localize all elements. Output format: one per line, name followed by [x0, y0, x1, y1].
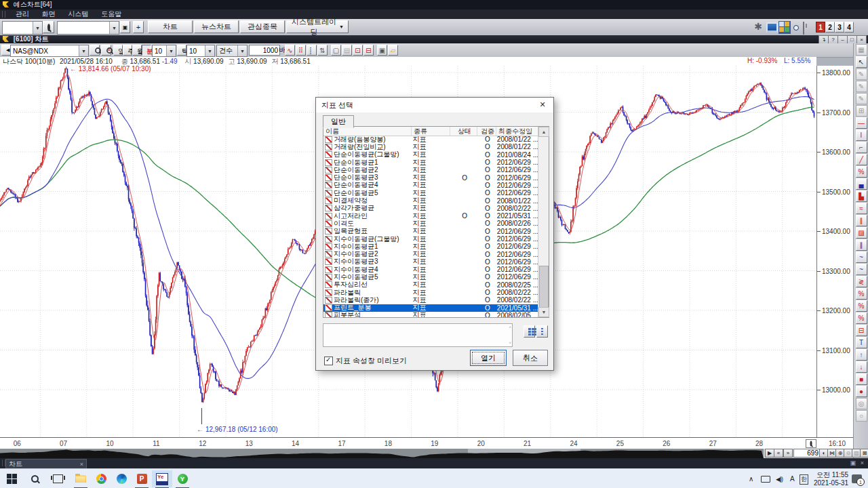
open-button[interactable]: 열기 — [470, 350, 507, 366]
ime-korean[interactable]: 한 — [800, 474, 808, 485]
list-scrollbar[interactable]: ▲ ▼ — [538, 127, 549, 317]
monitor-icon[interactable] — [766, 22, 778, 33]
column-modified[interactable]: 최종수정일 — [496, 127, 538, 136]
symbol-search-button[interactable] — [90, 45, 100, 56]
yl-app-button[interactable]: Y — [172, 470, 193, 487]
indicator-list[interactable]: 이름 종류 상태 검증 최종수정일 거래량(음봉양봉)지표O2008/01/22… — [323, 126, 549, 318]
indicator-row[interactable]: 피봇분석지표O2008/02/05 ... — [323, 312, 538, 317]
back-arrow-button[interactable]: ◀ — [1, 45, 11, 56]
circle-tool-icon[interactable]: ◎ — [856, 398, 867, 409]
text-tool-icon[interactable]: T — [856, 337, 867, 348]
task-view-button[interactable] — [47, 470, 68, 487]
fast-back-icon[interactable]: « — [774, 449, 783, 458]
yeschart-button[interactable]: Ye — [152, 470, 172, 487]
zigzag-tool-icon[interactable]: ≷ — [856, 276, 867, 287]
curve2-tool-icon[interactable]: ~ — [856, 264, 867, 275]
add-window-button[interactable]: + — [133, 21, 144, 33]
multi-compare-icon[interactable]: ⠿ — [296, 45, 306, 56]
column-type[interactable]: 종류 — [412, 127, 450, 136]
column-verify[interactable]: 검증 — [477, 127, 496, 136]
list-view-button[interactable] — [536, 325, 548, 338]
ime-latin[interactable]: A — [790, 469, 795, 488]
menu-manage[interactable]: 관리 — [10, 9, 35, 19]
period-week-button[interactable]: 주 — [123, 45, 132, 56]
description-box[interactable]: ˄ ˅ — [323, 323, 513, 347]
advanced-search-button[interactable] — [101, 45, 111, 56]
channel-tool-icon[interactable]: ∥ — [856, 215, 867, 226]
vertical-line-tool-icon[interactable]: I — [856, 129, 867, 141]
price-axis[interactable]: 13800.0013700.0013600.0013500.0013400.00… — [816, 66, 854, 449]
workspace-4-button[interactable]: 4 — [844, 22, 854, 33]
visible-bars-input[interactable] — [793, 449, 821, 458]
horizontal-line-tool-icon[interactable]: — — [856, 117, 867, 129]
import-chart-icon[interactable]: ⊟ — [363, 45, 374, 56]
desc-scroll-up-icon[interactable]: ˄ — [509, 325, 511, 329]
close-panel-icon[interactable]: × — [861, 460, 864, 466]
chrome-button[interactable] — [91, 470, 111, 487]
band-tool-icon[interactable]: ▄ — [856, 178, 867, 190]
stock-name-combo[interactable]: ▼ — [57, 21, 119, 35]
period-minute-button[interactable]: 분 — [142, 45, 151, 56]
minute-interval-combo[interactable]: 10▼ — [152, 45, 176, 57]
percent-line-tool-icon[interactable]: % — [856, 166, 867, 178]
start-button[interactable] — [1, 470, 22, 487]
period-tick-button[interactable]: 틱 — [177, 45, 186, 56]
scroll-right-icon[interactable]: ▶ — [765, 449, 774, 458]
line-overlay-icon[interactable]: ∿ — [285, 45, 295, 56]
fibo2-tool-icon[interactable]: % — [856, 300, 867, 312]
chart-minimap[interactable]: ▶ « » ◐ ⋈ ⊕ ⊖ ▨ ⊠ — [0, 449, 853, 458]
workspace-1-button[interactable]: 1 — [816, 22, 825, 33]
network-icon[interactable] — [761, 469, 770, 488]
dialog-tab-general[interactable]: 일반 — [323, 115, 354, 128]
chevron-down-icon[interactable]: ▼ — [33, 22, 42, 34]
edge-button[interactable] — [111, 470, 132, 487]
scroll-down-icon[interactable]: ▼ — [538, 307, 549, 317]
menu-screen[interactable]: 화면 — [37, 9, 61, 19]
pencil2-tool-icon[interactable]: ✎ — [856, 81, 867, 92]
chevron-down-icon[interactable]: ▼ — [205, 45, 214, 56]
scroll-up-icon[interactable]: ▲ — [538, 127, 549, 137]
grid-tool-icon[interactable]: ▨ — [856, 227, 867, 239]
trend-line-tool-icon[interactable]: ╱ — [856, 154, 867, 165]
notification-button[interactable]: 1 — [852, 469, 862, 488]
workspace-3-button[interactable]: 3 — [835, 22, 844, 33]
news-chart-button[interactable]: 뉴스차트 — [194, 20, 239, 33]
pointer-tool-icon[interactable]: ↖ — [856, 56, 867, 68]
info-tool-icon[interactable]: ○ — [856, 410, 867, 422]
dialog-titlebar[interactable]: 지표 선택 — [316, 98, 553, 113]
chart-tab-button[interactable]: 차트 — [148, 20, 193, 33]
tick-interval-combo[interactable]: 10▼ — [186, 45, 215, 57]
chevron-down-icon[interactable]: ▼ — [237, 45, 247, 56]
layout-grid-icon[interactable] — [778, 21, 791, 34]
restore-icon[interactable]: ▣ — [850, 460, 856, 466]
new-doc-icon[interactable]: ▢ — [331, 45, 341, 56]
volume-icon[interactable]: ⡇ — [307, 45, 317, 56]
settings-gear-icon[interactable]: ✱ — [753, 21, 764, 33]
cancel-button[interactable]: 취소 — [513, 350, 548, 366]
grid-view-button[interactable] — [524, 325, 535, 338]
tab-close-icon[interactable]: × — [80, 461, 83, 468]
workspace-2-button[interactable]: 2 — [825, 22, 835, 33]
preview-checkbox[interactable]: 지표 속성창 미리보기 — [324, 356, 407, 366]
print-icon[interactable]: ▤ — [342, 45, 352, 56]
period-month-button[interactable]: 월 — [132, 45, 142, 56]
reset-zoom-icon[interactable]: ⊠ — [860, 449, 868, 458]
arrow-up-tool-icon[interactable]: ↑ — [856, 349, 867, 361]
chevron-down-icon[interactable]: ▼ — [166, 45, 176, 56]
search-button[interactable] — [43, 21, 54, 33]
link-button[interactable]: ▣ — [120, 21, 130, 33]
taskbar-search-button[interactable] — [24, 470, 45, 487]
measure-tool-icon[interactable]: ⊟ — [856, 325, 867, 336]
time-axis[interactable]: 16:10 0607101112131417181920212425262728 — [0, 437, 853, 449]
system-trading-button[interactable]: 시스템트레이딩 ▼ — [286, 20, 349, 33]
printer-icon[interactable] — [803, 22, 804, 35]
fibo-tool-icon[interactable]: % — [856, 288, 867, 300]
pattern-tool-icon[interactable]: ▙ — [856, 190, 867, 202]
column-status[interactable]: 상태 — [450, 127, 477, 136]
dialog-close-icon[interactable]: ✕ — [532, 98, 553, 113]
open-folder-icon[interactable]: ▱ — [388, 45, 398, 56]
rect-tool-icon[interactable]: ■ — [856, 373, 867, 385]
fib-layout-tool-icon[interactable]: ⊞ — [856, 105, 867, 117]
ellipse-tool-icon[interactable]: ● — [856, 386, 867, 397]
arrow-down-tool-icon[interactable]: ↓ — [856, 361, 867, 373]
